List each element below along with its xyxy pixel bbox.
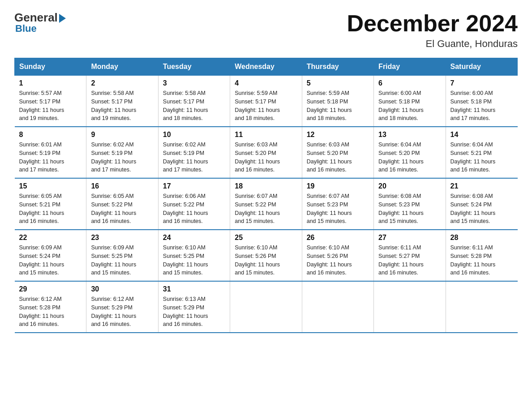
- table-row: [374, 281, 446, 333]
- header-thursday: Thursday: [302, 58, 373, 76]
- day-number: 25: [235, 234, 297, 242]
- day-info: Sunrise: 6:04 AM Sunset: 5:21 PM Dayligh…: [450, 141, 513, 174]
- day-number: 10: [163, 131, 225, 139]
- day-number: 16: [91, 182, 153, 190]
- table-row: 9Sunrise: 6:02 AM Sunset: 5:19 PM Daylig…: [86, 127, 158, 178]
- table-row: 10Sunrise: 6:02 AM Sunset: 5:19 PM Dayli…: [158, 127, 230, 178]
- day-number: 9: [91, 131, 153, 139]
- header-saturday: Saturday: [446, 58, 517, 76]
- header-friday: Friday: [374, 58, 446, 76]
- table-row: 30Sunrise: 6:12 AM Sunset: 5:29 PM Dayli…: [86, 281, 158, 333]
- logo: General Blue: [14, 11, 66, 34]
- table-row: 19Sunrise: 6:07 AM Sunset: 5:23 PM Dayli…: [302, 178, 373, 230]
- table-row: 1Sunrise: 5:57 AM Sunset: 5:17 PM Daylig…: [15, 76, 86, 127]
- day-number: 24: [163, 234, 225, 242]
- calendar-title: December 2024: [347, 11, 518, 36]
- day-info: Sunrise: 6:11 AM Sunset: 5:28 PM Dayligh…: [450, 244, 513, 277]
- day-number: 23: [91, 234, 153, 242]
- calendar-row: 22Sunrise: 6:09 AM Sunset: 5:24 PM Dayli…: [15, 230, 518, 281]
- table-row: 2Sunrise: 5:58 AM Sunset: 5:17 PM Daylig…: [86, 76, 158, 127]
- day-number: 19: [307, 182, 369, 190]
- table-row: 20Sunrise: 6:08 AM Sunset: 5:23 PM Dayli…: [374, 178, 446, 230]
- table-row: 18Sunrise: 6:07 AM Sunset: 5:22 PM Dayli…: [230, 178, 302, 230]
- day-info: Sunrise: 6:03 AM Sunset: 5:20 PM Dayligh…: [235, 141, 297, 174]
- calendar-subtitle: El Guante, Honduras: [347, 38, 518, 50]
- table-row: 8Sunrise: 6:01 AM Sunset: 5:19 PM Daylig…: [15, 127, 86, 178]
- table-row: 23Sunrise: 6:09 AM Sunset: 5:25 PM Dayli…: [86, 230, 158, 281]
- day-info: Sunrise: 6:08 AM Sunset: 5:23 PM Dayligh…: [378, 192, 441, 226]
- day-info: Sunrise: 5:59 AM Sunset: 5:18 PM Dayligh…: [307, 89, 369, 123]
- day-info: Sunrise: 6:00 AM Sunset: 5:18 PM Dayligh…: [378, 89, 441, 123]
- table-row: 4Sunrise: 5:59 AM Sunset: 5:17 PM Daylig…: [230, 76, 302, 127]
- day-number: 15: [19, 182, 82, 190]
- table-row: 11Sunrise: 6:03 AM Sunset: 5:20 PM Dayli…: [230, 127, 302, 178]
- day-number: 3: [163, 79, 225, 87]
- day-number: 31: [163, 285, 225, 293]
- day-info: Sunrise: 6:07 AM Sunset: 5:23 PM Dayligh…: [307, 192, 369, 226]
- day-number: 22: [19, 234, 82, 242]
- day-info: Sunrise: 5:57 AM Sunset: 5:17 PM Dayligh…: [19, 89, 82, 123]
- table-row: [302, 281, 373, 333]
- page-header: General Blue December 2024 El Guante, Ho…: [14, 11, 518, 50]
- table-row: [230, 281, 302, 333]
- day-number: 30: [91, 285, 153, 293]
- calendar-row: 15Sunrise: 6:05 AM Sunset: 5:21 PM Dayli…: [15, 178, 518, 230]
- day-number: 18: [235, 182, 297, 190]
- table-row: 27Sunrise: 6:11 AM Sunset: 5:27 PM Dayli…: [374, 230, 446, 281]
- calendar-row: 8Sunrise: 6:01 AM Sunset: 5:19 PM Daylig…: [15, 127, 518, 178]
- day-info: Sunrise: 6:11 AM Sunset: 5:27 PM Dayligh…: [378, 244, 441, 277]
- day-info: Sunrise: 6:13 AM Sunset: 5:29 PM Dayligh…: [163, 295, 225, 329]
- table-row: 28Sunrise: 6:11 AM Sunset: 5:28 PM Dayli…: [446, 230, 517, 281]
- day-number: 7: [450, 79, 513, 87]
- day-number: 21: [450, 182, 513, 190]
- day-info: Sunrise: 6:10 AM Sunset: 5:26 PM Dayligh…: [235, 244, 297, 277]
- day-number: 13: [378, 131, 441, 139]
- header-monday: Monday: [86, 58, 158, 76]
- table-row: 15Sunrise: 6:05 AM Sunset: 5:21 PM Dayli…: [15, 178, 86, 230]
- table-row: 16Sunrise: 6:05 AM Sunset: 5:22 PM Dayli…: [86, 178, 158, 230]
- title-block: December 2024 El Guante, Honduras: [347, 11, 518, 50]
- day-info: Sunrise: 6:12 AM Sunset: 5:28 PM Dayligh…: [19, 295, 82, 329]
- day-number: 29: [19, 285, 82, 293]
- logo-triangle-icon: [59, 14, 66, 23]
- header-sunday: Sunday: [15, 58, 86, 76]
- calendar-row: 29Sunrise: 6:12 AM Sunset: 5:28 PM Dayli…: [15, 281, 518, 333]
- day-number: 12: [307, 131, 369, 139]
- table-row: 31Sunrise: 6:13 AM Sunset: 5:29 PM Dayli…: [158, 281, 230, 333]
- day-number: 11: [235, 131, 297, 139]
- header-tuesday: Tuesday: [158, 58, 230, 76]
- day-info: Sunrise: 6:08 AM Sunset: 5:24 PM Dayligh…: [450, 192, 513, 226]
- day-info: Sunrise: 6:05 AM Sunset: 5:22 PM Dayligh…: [91, 192, 153, 226]
- day-info: Sunrise: 6:07 AM Sunset: 5:22 PM Dayligh…: [235, 192, 297, 226]
- table-row: 25Sunrise: 6:10 AM Sunset: 5:26 PM Dayli…: [230, 230, 302, 281]
- day-info: Sunrise: 6:02 AM Sunset: 5:19 PM Dayligh…: [91, 141, 153, 174]
- header-row: Sunday Monday Tuesday Wednesday Thursday…: [15, 58, 518, 76]
- day-number: 1: [19, 79, 82, 87]
- day-number: 2: [91, 79, 153, 87]
- day-info: Sunrise: 6:01 AM Sunset: 5:19 PM Dayligh…: [19, 141, 82, 174]
- logo-blue-label: Blue: [15, 23, 37, 34]
- table-row: 22Sunrise: 6:09 AM Sunset: 5:24 PM Dayli…: [15, 230, 86, 281]
- day-number: 20: [378, 182, 441, 190]
- day-info: Sunrise: 6:09 AM Sunset: 5:24 PM Dayligh…: [19, 244, 82, 277]
- day-info: Sunrise: 6:10 AM Sunset: 5:26 PM Dayligh…: [307, 244, 369, 277]
- table-row: 21Sunrise: 6:08 AM Sunset: 5:24 PM Dayli…: [446, 178, 517, 230]
- table-row: [446, 281, 517, 333]
- day-info: Sunrise: 5:58 AM Sunset: 5:17 PM Dayligh…: [163, 89, 225, 123]
- day-info: Sunrise: 5:58 AM Sunset: 5:17 PM Dayligh…: [91, 89, 153, 123]
- table-row: 13Sunrise: 6:04 AM Sunset: 5:20 PM Dayli…: [374, 127, 446, 178]
- table-row: 24Sunrise: 6:10 AM Sunset: 5:25 PM Dayli…: [158, 230, 230, 281]
- day-number: 8: [19, 131, 82, 139]
- day-number: 26: [307, 234, 369, 242]
- day-info: Sunrise: 6:12 AM Sunset: 5:29 PM Dayligh…: [91, 295, 153, 329]
- table-row: 29Sunrise: 6:12 AM Sunset: 5:28 PM Dayli…: [15, 281, 86, 333]
- day-info: Sunrise: 6:09 AM Sunset: 5:25 PM Dayligh…: [91, 244, 153, 277]
- table-row: 26Sunrise: 6:10 AM Sunset: 5:26 PM Dayli…: [302, 230, 373, 281]
- day-info: Sunrise: 6:03 AM Sunset: 5:20 PM Dayligh…: [307, 141, 369, 174]
- calendar-table: Sunday Monday Tuesday Wednesday Thursday…: [14, 58, 518, 333]
- table-row: 14Sunrise: 6:04 AM Sunset: 5:21 PM Dayli…: [446, 127, 517, 178]
- day-number: 14: [450, 131, 513, 139]
- day-info: Sunrise: 6:05 AM Sunset: 5:21 PM Dayligh…: [19, 192, 82, 226]
- table-row: 12Sunrise: 6:03 AM Sunset: 5:20 PM Dayli…: [302, 127, 373, 178]
- table-row: 7Sunrise: 6:00 AM Sunset: 5:18 PM Daylig…: [446, 76, 517, 127]
